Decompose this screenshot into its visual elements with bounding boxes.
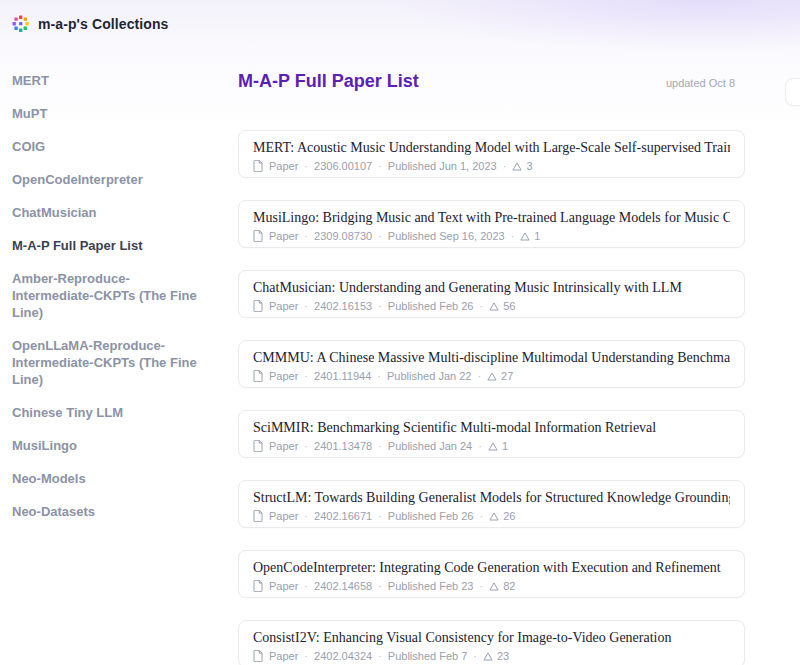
paper-card-list: MERT: Acoustic Music Understanding Model…	[238, 130, 745, 665]
sidebar-collection-item[interactable]: Neo-Datasets	[12, 503, 204, 520]
arxiv-id: 2402.14658	[314, 580, 372, 592]
paper-card[interactable]: SciMMIR: Benchmarking Scientific Multi-m…	[238, 410, 745, 458]
published-date: Published Sep 16, 2023	[388, 230, 505, 242]
paper-card[interactable]: StructLM: Towards Building Generalist Mo…	[238, 480, 745, 528]
published-date: Published Feb 26	[388, 300, 474, 312]
paper-card[interactable]: OpenCodeInterpreter: Integrating Code Ge…	[238, 550, 745, 598]
arxiv-id: 2309.08730	[314, 230, 372, 242]
upvote-group: 26	[489, 510, 515, 522]
paper-type-label: Paper	[269, 440, 298, 452]
meta-separator: ·	[378, 230, 382, 242]
document-icon	[253, 650, 263, 662]
paper-meta: Paper · 2401.11944 · Published Jan 22 · …	[253, 370, 730, 382]
meta-separator: ·	[304, 510, 308, 522]
published-date: Published Feb 26	[388, 510, 474, 522]
paper-card[interactable]: CMMMU: A Chinese Massive Multi-disciplin…	[238, 340, 745, 388]
upvote-triangle-icon	[488, 442, 498, 451]
arxiv-id: 2402.04324	[314, 650, 372, 662]
paper-card[interactable]: MusiLingo: Bridging Music and Text with …	[238, 200, 745, 248]
collection-header: M-A-P Full Paper List updated Oct 8	[238, 70, 745, 92]
paper-title[interactable]: CMMMU: A Chinese Massive Multi-disciplin…	[253, 349, 730, 366]
meta-separator: ·	[378, 300, 382, 312]
meta-separator: ·	[304, 580, 308, 592]
sidebar-collection-item[interactable]: ChatMusician	[12, 204, 204, 221]
upvote-triangle-icon	[487, 372, 497, 381]
sidebar-collection-item[interactable]: OpenLLaMA-Reproduce-Intermediate-CKPTs (…	[12, 337, 204, 388]
meta-separator: ·	[304, 230, 308, 242]
org-logo-icon[interactable]	[12, 15, 30, 33]
upvote-count: 56	[503, 300, 515, 312]
org-collections-title[interactable]: m-a-p's Collections	[38, 16, 168, 32]
paper-meta: Paper · 2402.04324 · Published Feb 7 · 2…	[253, 650, 730, 662]
paper-meta: Paper · 2309.08730 · Published Sep 16, 2…	[253, 230, 730, 242]
published-date: Published Feb 23	[388, 580, 474, 592]
upvote-count: 26	[503, 510, 515, 522]
upvote-group: 1	[520, 230, 540, 242]
document-icon	[253, 300, 263, 312]
upvote-group: 82	[489, 580, 515, 592]
meta-separator: ·	[478, 440, 482, 452]
paper-type-label: Paper	[269, 230, 298, 242]
paper-title[interactable]: ConsistI2V: Enhancing Visual Consistency…	[253, 629, 730, 646]
paper-meta: Paper · 2306.00107 · Published Jun 1, 20…	[253, 160, 730, 172]
upvote-triangle-icon	[489, 302, 499, 311]
meta-separator: ·	[479, 580, 483, 592]
upvote-count: 3	[526, 160, 532, 172]
paper-type-label: Paper	[269, 160, 298, 172]
paper-meta: Paper · 2402.16153 · Published Feb 26 · …	[253, 300, 730, 312]
meta-separator: ·	[377, 370, 381, 382]
sidebar-collection-item[interactable]: MusiLingo	[12, 437, 204, 454]
upvote-group: 23	[483, 650, 509, 662]
upvote-group: 56	[489, 300, 515, 312]
document-icon	[253, 160, 263, 172]
meta-separator: ·	[479, 300, 483, 312]
paper-card[interactable]: ChatMusician: Understanding and Generati…	[238, 270, 745, 318]
cutoff-panel-edge	[785, 78, 800, 106]
meta-separator: ·	[378, 580, 382, 592]
paper-title[interactable]: MERT: Acoustic Music Understanding Model…	[253, 139, 730, 156]
sidebar-collection-item[interactable]: Amber-Reproduce-Intermediate-CKPTs (The …	[12, 270, 204, 321]
upvote-group: 3	[512, 160, 532, 172]
paper-title[interactable]: ChatMusician: Understanding and Generati…	[253, 279, 730, 296]
sidebar-collection-item[interactable]: OpenCodeInterpreter	[12, 171, 204, 188]
paper-meta: Paper · 2401.13478 · Published Jan 24 · …	[253, 440, 730, 452]
upvote-group: 27	[487, 370, 513, 382]
meta-separator: ·	[304, 370, 308, 382]
meta-separator: ·	[304, 300, 308, 312]
sidebar-collection-item[interactable]: Neo-Models	[12, 470, 204, 487]
collection-title: M-A-P Full Paper List	[238, 70, 419, 92]
arxiv-id: 2401.13478	[314, 440, 372, 452]
meta-separator: ·	[477, 370, 481, 382]
paper-meta: Paper · 2402.16671 · Published Feb 26 · …	[253, 510, 730, 522]
meta-separator: ·	[479, 510, 483, 522]
paper-card[interactable]: ConsistI2V: Enhancing Visual Consistency…	[238, 620, 745, 665]
upvote-count: 27	[501, 370, 513, 382]
meta-separator: ·	[378, 510, 382, 522]
meta-separator: ·	[378, 160, 382, 172]
sidebar-collection-item[interactable]: Chinese Tiny LLM	[12, 404, 204, 421]
paper-card[interactable]: MERT: Acoustic Music Understanding Model…	[238, 130, 745, 178]
sidebar-collection-item[interactable]: MERT	[12, 72, 204, 89]
meta-separator: ·	[503, 160, 507, 172]
paper-title[interactable]: SciMMIR: Benchmarking Scientific Multi-m…	[253, 419, 730, 436]
paper-title[interactable]: MusiLingo: Bridging Music and Text with …	[253, 209, 730, 226]
meta-separator: ·	[473, 650, 477, 662]
collection-main: M-A-P Full Paper List updated Oct 8 MERT…	[238, 38, 745, 665]
arxiv-id: 2306.00107	[314, 160, 372, 172]
paper-type-label: Paper	[269, 300, 298, 312]
sidebar-collection-item[interactable]: MuPT	[12, 105, 204, 122]
sidebar-collection-item[interactable]: COIG	[12, 138, 204, 155]
paper-title[interactable]: StructLM: Towards Building Generalist Mo…	[253, 489, 730, 506]
upvote-triangle-icon	[520, 232, 530, 241]
paper-type-label: Paper	[269, 580, 298, 592]
published-date: Published Feb 7	[388, 650, 468, 662]
upvote-triangle-icon	[483, 652, 493, 661]
document-icon	[253, 510, 263, 522]
document-icon	[253, 580, 263, 592]
arxiv-id: 2401.11944	[314, 370, 371, 382]
upvote-count: 1	[534, 230, 540, 242]
document-icon	[253, 230, 263, 242]
published-date: Published Jun 1, 2023	[388, 160, 497, 172]
paper-title[interactable]: OpenCodeInterpreter: Integrating Code Ge…	[253, 559, 730, 576]
sidebar-collection-item[interactable]: M-A-P Full Paper List	[12, 237, 204, 254]
